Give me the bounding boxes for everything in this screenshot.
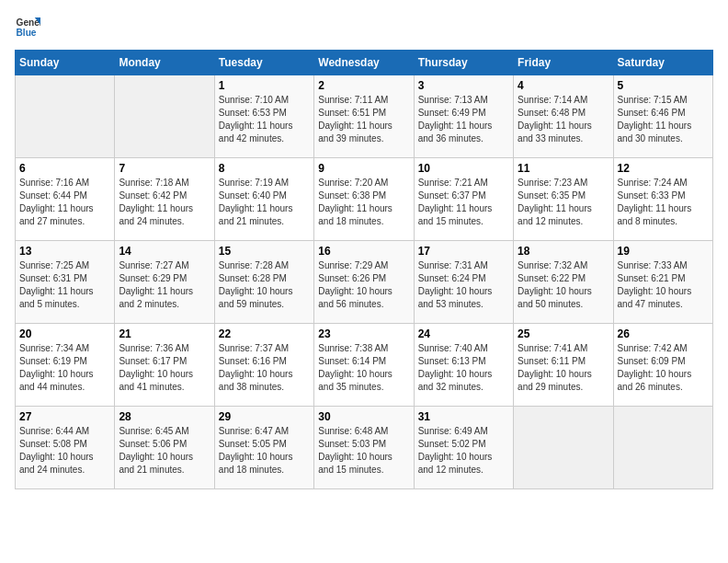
day-number: 18 [518, 245, 609, 258]
day-number: 25 [518, 327, 609, 340]
calendar-cell: 28Sunrise: 6:45 AM Sunset: 5:06 PM Dayli… [115, 407, 214, 489]
calendar-table: SundayMondayTuesdayWednesdayThursdayFrid… [15, 50, 713, 489]
day-number: 11 [518, 162, 609, 175]
day-number: 24 [418, 327, 509, 340]
day-info: Sunrise: 7:32 AM Sunset: 6:22 PM Dayligh… [518, 259, 609, 311]
logo: General Blue [15, 15, 44, 40]
day-info: Sunrise: 7:29 AM Sunset: 6:26 PM Dayligh… [318, 259, 409, 311]
day-number: 30 [318, 410, 409, 423]
calendar-cell: 23Sunrise: 7:38 AM Sunset: 6:14 PM Dayli… [314, 324, 414, 407]
day-info: Sunrise: 6:49 AM Sunset: 5:02 PM Dayligh… [418, 425, 509, 477]
day-number: 23 [318, 327, 409, 340]
day-info: Sunrise: 7:21 AM Sunset: 6:37 PM Dayligh… [418, 177, 509, 228]
day-info: Sunrise: 7:41 AM Sunset: 6:11 PM Dayligh… [518, 342, 609, 394]
calendar-cell: 14Sunrise: 7:27 AM Sunset: 6:29 PM Dayli… [115, 241, 214, 324]
day-number: 5 [618, 79, 709, 92]
day-number: 6 [19, 162, 110, 175]
day-info: Sunrise: 7:33 AM Sunset: 6:21 PM Dayligh… [618, 259, 709, 311]
day-info: Sunrise: 7:24 AM Sunset: 6:33 PM Dayligh… [618, 177, 709, 228]
calendar-week-row: 1Sunrise: 7:10 AM Sunset: 6:53 PM Daylig… [16, 75, 713, 158]
calendar-cell: 9Sunrise: 7:20 AM Sunset: 6:38 PM Daylig… [314, 158, 414, 241]
calendar-cell: 7Sunrise: 7:18 AM Sunset: 6:42 PM Daylig… [115, 158, 214, 241]
logo-icon: General Blue [15, 15, 40, 40]
day-info: Sunrise: 7:18 AM Sunset: 6:42 PM Dayligh… [119, 177, 210, 228]
day-number: 21 [119, 327, 210, 340]
day-info: Sunrise: 7:38 AM Sunset: 6:14 PM Dayligh… [318, 342, 409, 394]
day-info: Sunrise: 7:10 AM Sunset: 6:53 PM Dayligh… [219, 94, 310, 145]
day-info: Sunrise: 7:20 AM Sunset: 6:38 PM Dayligh… [318, 177, 409, 228]
calendar-cell: 25Sunrise: 7:41 AM Sunset: 6:11 PM Dayli… [514, 324, 613, 407]
day-info: Sunrise: 7:40 AM Sunset: 6:13 PM Dayligh… [418, 342, 509, 394]
day-number: 27 [19, 410, 110, 423]
day-number: 8 [219, 162, 310, 175]
col-header-saturday: Saturday [613, 51, 712, 75]
day-number: 12 [618, 162, 709, 175]
day-info: Sunrise: 7:19 AM Sunset: 6:40 PM Dayligh… [219, 177, 310, 228]
calendar-cell: 11Sunrise: 7:23 AM Sunset: 6:35 PM Dayli… [514, 158, 613, 241]
col-header-monday: Monday [115, 51, 214, 75]
calendar-cell: 30Sunrise: 6:48 AM Sunset: 5:03 PM Dayli… [314, 407, 414, 489]
calendar-cell: 17Sunrise: 7:31 AM Sunset: 6:24 PM Dayli… [414, 241, 513, 324]
calendar-week-row: 20Sunrise: 7:34 AM Sunset: 6:19 PM Dayli… [16, 324, 713, 407]
calendar-cell: 13Sunrise: 7:25 AM Sunset: 6:31 PM Dayli… [16, 241, 115, 324]
day-info: Sunrise: 7:15 AM Sunset: 6:46 PM Dayligh… [618, 94, 709, 145]
day-info: Sunrise: 7:13 AM Sunset: 6:49 PM Dayligh… [418, 94, 509, 145]
calendar-cell: 27Sunrise: 6:44 AM Sunset: 5:08 PM Dayli… [16, 407, 115, 489]
calendar-cell: 15Sunrise: 7:28 AM Sunset: 6:28 PM Dayli… [214, 241, 313, 324]
day-number: 29 [219, 410, 310, 423]
calendar-cell: 18Sunrise: 7:32 AM Sunset: 6:22 PM Dayli… [514, 241, 613, 324]
day-number: 9 [318, 162, 409, 175]
col-header-tuesday: Tuesday [214, 51, 313, 75]
svg-text:Blue: Blue [17, 28, 37, 38]
day-number: 14 [119, 245, 210, 258]
day-number: 1 [219, 79, 310, 92]
day-number: 17 [418, 245, 509, 258]
day-number: 3 [418, 79, 509, 92]
calendar-cell [613, 407, 712, 489]
day-number: 26 [618, 327, 709, 340]
calendar-cell [514, 407, 613, 489]
day-info: Sunrise: 7:37 AM Sunset: 6:16 PM Dayligh… [219, 342, 310, 394]
calendar-cell: 12Sunrise: 7:24 AM Sunset: 6:33 PM Dayli… [613, 158, 712, 241]
calendar-cell: 16Sunrise: 7:29 AM Sunset: 6:26 PM Dayli… [314, 241, 414, 324]
day-info: Sunrise: 6:45 AM Sunset: 5:06 PM Dayligh… [119, 425, 210, 477]
calendar-cell: 24Sunrise: 7:40 AM Sunset: 6:13 PM Dayli… [414, 324, 513, 407]
calendar-cell: 4Sunrise: 7:14 AM Sunset: 6:48 PM Daylig… [514, 75, 613, 158]
day-info: Sunrise: 7:16 AM Sunset: 6:44 PM Dayligh… [19, 177, 110, 228]
day-info: Sunrise: 7:28 AM Sunset: 6:28 PM Dayligh… [219, 259, 310, 311]
day-info: Sunrise: 7:36 AM Sunset: 6:17 PM Dayligh… [119, 342, 210, 394]
day-number: 4 [518, 79, 609, 92]
day-number: 16 [318, 245, 409, 258]
day-number: 15 [219, 245, 310, 258]
day-info: Sunrise: 7:14 AM Sunset: 6:48 PM Dayligh… [518, 94, 609, 145]
page-header: General Blue [15, 15, 713, 40]
calendar-cell: 22Sunrise: 7:37 AM Sunset: 6:16 PM Dayli… [214, 324, 313, 407]
col-header-wednesday: Wednesday [314, 51, 414, 75]
day-number: 31 [418, 410, 509, 423]
day-info: Sunrise: 6:44 AM Sunset: 5:08 PM Dayligh… [19, 425, 110, 477]
day-number: 7 [119, 162, 210, 175]
calendar-cell: 20Sunrise: 7:34 AM Sunset: 6:19 PM Dayli… [16, 324, 115, 407]
col-header-sunday: Sunday [16, 51, 115, 75]
calendar-cell: 19Sunrise: 7:33 AM Sunset: 6:21 PM Dayli… [613, 241, 712, 324]
calendar-cell: 5Sunrise: 7:15 AM Sunset: 6:46 PM Daylig… [613, 75, 712, 158]
day-info: Sunrise: 7:27 AM Sunset: 6:29 PM Dayligh… [119, 259, 210, 311]
day-number: 13 [19, 245, 110, 258]
day-info: Sunrise: 7:34 AM Sunset: 6:19 PM Dayligh… [19, 342, 110, 394]
day-info: Sunrise: 7:11 AM Sunset: 6:51 PM Dayligh… [318, 94, 409, 145]
calendar-cell [16, 75, 115, 158]
day-info: Sunrise: 7:25 AM Sunset: 6:31 PM Dayligh… [19, 259, 110, 311]
day-number: 20 [19, 327, 110, 340]
calendar-week-row: 27Sunrise: 6:44 AM Sunset: 5:08 PM Dayli… [16, 407, 713, 489]
calendar-header-row: SundayMondayTuesdayWednesdayThursdayFrid… [16, 51, 713, 75]
day-info: Sunrise: 6:47 AM Sunset: 5:05 PM Dayligh… [219, 425, 310, 477]
col-header-friday: Friday [514, 51, 613, 75]
calendar-cell: 29Sunrise: 6:47 AM Sunset: 5:05 PM Dayli… [214, 407, 313, 489]
calendar-cell: 31Sunrise: 6:49 AM Sunset: 5:02 PM Dayli… [414, 407, 513, 489]
day-number: 22 [219, 327, 310, 340]
day-number: 2 [318, 79, 409, 92]
calendar-week-row: 6Sunrise: 7:16 AM Sunset: 6:44 PM Daylig… [16, 158, 713, 241]
calendar-cell: 10Sunrise: 7:21 AM Sunset: 6:37 PM Dayli… [414, 158, 513, 241]
calendar-cell: 21Sunrise: 7:36 AM Sunset: 6:17 PM Dayli… [115, 324, 214, 407]
calendar-cell: 1Sunrise: 7:10 AM Sunset: 6:53 PM Daylig… [214, 75, 313, 158]
